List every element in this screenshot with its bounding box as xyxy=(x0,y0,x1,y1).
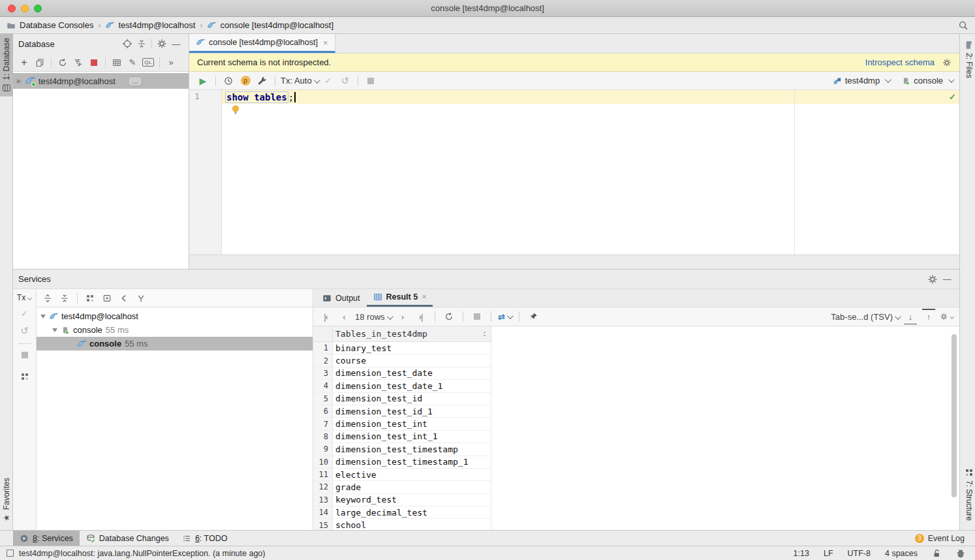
inspection-ok-icon[interactable]: ✓ xyxy=(949,92,956,102)
gear-icon[interactable] xyxy=(940,309,954,324)
tool-button-files[interactable]: 2: Files xyxy=(961,37,975,82)
cell-value[interactable]: keyword_test xyxy=(333,494,491,506)
next-page-icon[interactable]: › xyxy=(395,309,410,324)
cell-value[interactable]: grade xyxy=(333,481,491,493)
search-icon[interactable] xyxy=(958,20,968,31)
table-row[interactable]: 8dimension_test_int_1 xyxy=(313,431,959,443)
indent-widget[interactable]: 4 spaces xyxy=(885,549,918,558)
table-row[interactable]: 12grade xyxy=(313,481,959,493)
jump-to-console-icon[interactable]: QL xyxy=(141,55,155,70)
reload-page-icon[interactable] xyxy=(442,309,456,324)
first-page-icon[interactable]: |‹ xyxy=(318,309,333,324)
filter-branch-icon[interactable] xyxy=(134,291,148,305)
duplicate-icon[interactable] xyxy=(33,55,47,70)
export-data-icon[interactable]: ↓ xyxy=(903,309,918,324)
tool-tab-database-changes[interactable]: Database Changes xyxy=(80,531,176,546)
tree-item-datasource[interactable]: test4dmp@localhost xyxy=(37,309,313,323)
table-row[interactable]: 10dimension_test_timestamp_1 xyxy=(313,456,959,469)
schema-switcher-dropdown[interactable]: test4dmp xyxy=(833,76,890,86)
table-row[interactable]: 5dimension_test_id xyxy=(313,393,959,405)
datasource-properties-icon[interactable] xyxy=(71,55,85,70)
refresh-icon[interactable] xyxy=(55,55,70,70)
pin-tab-icon[interactable] xyxy=(526,309,540,324)
group-by-icon[interactable] xyxy=(83,291,97,305)
parameters-icon[interactable]: p xyxy=(238,74,253,88)
intention-bulb-icon[interactable] xyxy=(230,104,241,115)
column-header[interactable]: Tables_in_test4dmp xyxy=(333,326,491,342)
cell-value[interactable]: dimension_test_int_1 xyxy=(333,431,491,443)
history-clock-icon[interactable] xyxy=(221,74,236,88)
line-separator-widget[interactable]: LF xyxy=(824,549,833,558)
introspect-schema-link[interactable]: Introspect schema xyxy=(865,57,935,67)
table-row[interactable]: 14large_decimal_test xyxy=(313,506,959,519)
rows-count-dropdown[interactable]: 18 rows xyxy=(355,312,392,322)
editor-tab-console[interactable]: console [test4dmp@localhost] × xyxy=(189,34,335,53)
rollback-icon[interactable]: ↺ xyxy=(338,74,352,88)
tool-window-toggle-icon[interactable] xyxy=(7,550,14,557)
hide-panel-icon[interactable]: — xyxy=(940,272,954,287)
inspector-profile-icon[interactable] xyxy=(955,548,966,559)
tool-tab-services[interactable]: 8: Services xyxy=(13,531,80,546)
code-line[interactable]: show tables; xyxy=(222,90,959,104)
more-button[interactable]: ... xyxy=(128,76,142,86)
table-row[interactable]: 11elective xyxy=(313,469,959,481)
table-row[interactable]: 1binary_test xyxy=(313,342,959,354)
table-row[interactable]: 13keyword_test xyxy=(313,494,959,506)
tx-mode-dropdown[interactable]: Tx: Auto xyxy=(281,76,318,86)
tx-mode-button[interactable]: Tx xyxy=(17,292,32,302)
previous-page-icon[interactable]: ‹ xyxy=(337,309,351,324)
expand-arrow-icon[interactable]: ▶ xyxy=(17,78,22,84)
tool-button-structure[interactable]: 7: Structure xyxy=(961,464,975,525)
cell-value[interactable]: elective xyxy=(333,469,491,481)
table-row[interactable]: 6dimension_test_id_1 xyxy=(313,405,959,418)
table-row[interactable]: 9dimension_test_timestamp xyxy=(313,443,959,456)
close-icon[interactable]: × xyxy=(323,38,328,48)
table-row[interactable]: 2course xyxy=(313,354,959,367)
gear-icon[interactable] xyxy=(155,37,169,51)
cell-value[interactable]: dimension_test_date xyxy=(333,367,491,380)
cell-value[interactable]: binary_test xyxy=(333,342,491,354)
lock-icon[interactable] xyxy=(932,549,941,558)
breadcrumb-console[interactable]: console [test4dmp@localhost] xyxy=(207,20,333,30)
collapse-all-icon[interactable] xyxy=(57,291,72,305)
encoding-widget[interactable]: UTF-8 xyxy=(848,549,871,558)
locate-icon[interactable] xyxy=(120,37,134,51)
cell-value[interactable]: dimension_test_id_1 xyxy=(333,405,491,418)
breadcrumb-database-consoles[interactable]: Database Consoles xyxy=(7,20,93,30)
commit-icon[interactable]: ✓ xyxy=(321,74,335,88)
code-area[interactable]: show tables; ✓ xyxy=(222,90,959,255)
tool-button-database[interactable]: 1: Database xyxy=(0,34,13,97)
table-row[interactable]: 7dimension_test_int xyxy=(313,418,959,430)
close-icon[interactable]: × xyxy=(422,292,426,302)
cell-value[interactable]: dimension_test_date_1 xyxy=(333,380,491,392)
compare-icon[interactable]: ⇄ xyxy=(498,309,512,324)
editor-body[interactable]: 1 show tables; ✓ xyxy=(189,90,959,255)
gear-icon[interactable] xyxy=(942,58,952,67)
tree-item-console-selected[interactable]: console 55 ms xyxy=(37,337,313,350)
cell-value[interactable]: dimension_test_timestamp xyxy=(333,443,491,456)
collapse-all-icon[interactable] xyxy=(134,37,149,51)
cell-value[interactable]: course xyxy=(333,354,491,367)
edit-icon[interactable]: ✎ xyxy=(125,55,140,70)
cell-value[interactable]: dimension_test_timestamp_1 xyxy=(333,456,491,469)
import-data-icon[interactable]: ↑ xyxy=(921,309,936,324)
open-in-new-frame-icon[interactable] xyxy=(100,291,114,305)
settings-wrench-icon[interactable] xyxy=(255,74,270,88)
collapse-arrow-icon[interactable] xyxy=(52,328,57,332)
stop-icon[interactable] xyxy=(87,55,101,70)
last-page-icon[interactable]: ›| xyxy=(414,309,428,324)
cell-value[interactable]: large_decimal_test xyxy=(333,506,491,519)
stop-icon[interactable] xyxy=(364,74,378,88)
commit-icon[interactable]: ✓ xyxy=(21,309,28,319)
add-datasource-button[interactable]: + xyxy=(17,55,31,70)
vertical-scrollbar[interactable] xyxy=(952,334,957,497)
table-row[interactable]: 3dimension_test_date xyxy=(313,367,959,380)
execute-button[interactable]: ▶ xyxy=(196,74,210,88)
tab-result[interactable]: Result 5 × xyxy=(367,289,433,307)
cell-value[interactable]: dimension_test_id xyxy=(333,393,491,405)
expand-all-icon[interactable] xyxy=(40,291,55,305)
tree-item-session[interactable]: console 55 ms xyxy=(37,323,313,337)
stop-icon[interactable] xyxy=(22,350,28,360)
hide-panel-icon[interactable]: — xyxy=(169,37,183,51)
tab-output[interactable]: Output xyxy=(316,289,367,307)
